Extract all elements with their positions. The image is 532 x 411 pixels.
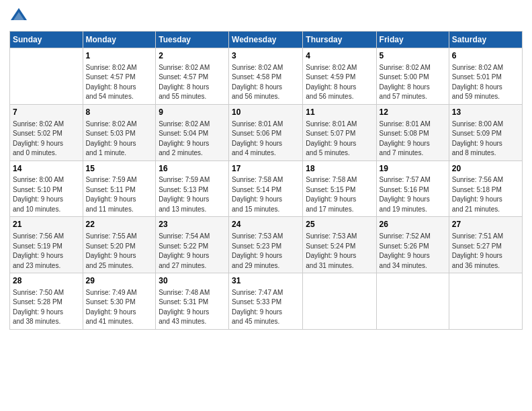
calendar-cell: 21Sunrise: 7:56 AM Sunset: 5:19 PM Dayli…	[10, 217, 83, 273]
day-number: 24	[232, 219, 300, 230]
day-info: Sunrise: 7:52 AM Sunset: 5:26 PM Dayligh…	[380, 232, 446, 271]
calendar-cell	[376, 273, 449, 330]
day-number: 14	[13, 163, 80, 175]
day-number: 2	[159, 50, 226, 62]
day-number: 6	[452, 50, 519, 62]
day-info: Sunrise: 7:54 AM Sunset: 5:22 PM Dayligh…	[159, 232, 226, 271]
day-info: Sunrise: 7:51 AM Sunset: 5:27 PM Dayligh…	[452, 232, 519, 271]
calendar-cell: 10Sunrise: 8:01 AM Sunset: 5:06 PM Dayli…	[229, 104, 303, 161]
day-number: 18	[306, 163, 373, 175]
calendar-cell: 8Sunrise: 8:02 AM Sunset: 5:03 PM Daylig…	[83, 104, 156, 161]
calendar-cell: 22Sunrise: 7:55 AM Sunset: 5:20 PM Dayli…	[83, 217, 156, 273]
day-number: 31	[232, 275, 300, 287]
logo	[9, 7, 30, 26]
day-number: 15	[86, 163, 153, 175]
day-number: 8	[86, 107, 153, 118]
calendar-cell: 1Sunrise: 8:02 AM Sunset: 4:57 PM Daylig…	[83, 48, 156, 105]
day-number: 13	[452, 107, 519, 118]
calendar-cell: 18Sunrise: 7:58 AM Sunset: 5:15 PM Dayli…	[303, 161, 376, 217]
day-info: Sunrise: 7:53 AM Sunset: 5:24 PM Dayligh…	[306, 232, 373, 271]
day-info: Sunrise: 8:02 AM Sunset: 5:02 PM Dayligh…	[13, 120, 80, 158]
col-header-monday: Monday	[83, 32, 156, 48]
calendar-cell: 2Sunrise: 8:02 AM Sunset: 4:57 PM Daylig…	[156, 48, 229, 105]
day-info: Sunrise: 7:49 AM Sunset: 5:30 PM Dayligh…	[86, 288, 153, 327]
day-info: Sunrise: 8:01 AM Sunset: 5:07 PM Dayligh…	[306, 120, 373, 158]
calendar-table: SundayMondayTuesdayWednesdayThursdayFrid…	[9, 31, 523, 330]
day-info: Sunrise: 7:56 AM Sunset: 5:19 PM Dayligh…	[13, 232, 80, 271]
day-number: 17	[232, 163, 300, 175]
day-number: 16	[159, 163, 226, 175]
day-number: 5	[380, 50, 446, 62]
col-header-tuesday: Tuesday	[156, 32, 229, 48]
calendar-cell: 11Sunrise: 8:01 AM Sunset: 5:07 PM Dayli…	[303, 104, 376, 161]
week-row-2: 7Sunrise: 8:02 AM Sunset: 5:02 PM Daylig…	[10, 104, 523, 161]
page-container: SundayMondayTuesdayWednesdayThursdayFrid…	[0, 0, 532, 336]
day-info: Sunrise: 8:01 AM Sunset: 5:06 PM Dayligh…	[232, 120, 300, 158]
week-row-1: 1Sunrise: 8:02 AM Sunset: 4:57 PM Daylig…	[10, 48, 523, 105]
calendar-cell: 20Sunrise: 7:56 AM Sunset: 5:18 PM Dayli…	[449, 161, 522, 217]
day-info: Sunrise: 7:58 AM Sunset: 5:14 PM Dayligh…	[232, 175, 300, 214]
calendar-cell	[303, 273, 376, 330]
day-info: Sunrise: 8:02 AM Sunset: 4:57 PM Dayligh…	[159, 63, 226, 102]
calendar-cell: 5Sunrise: 8:02 AM Sunset: 5:00 PM Daylig…	[376, 48, 449, 105]
logo-icon	[9, 7, 28, 26]
calendar-cell: 31Sunrise: 7:47 AM Sunset: 5:33 PM Dayli…	[229, 273, 303, 330]
day-number: 11	[306, 107, 373, 118]
calendar-cell	[10, 48, 83, 105]
calendar-cell: 23Sunrise: 7:54 AM Sunset: 5:22 PM Dayli…	[156, 217, 229, 273]
day-info: Sunrise: 8:00 AM Sunset: 5:09 PM Dayligh…	[452, 120, 519, 158]
day-number: 7	[13, 107, 80, 118]
day-number: 19	[380, 163, 446, 175]
day-info: Sunrise: 8:01 AM Sunset: 5:08 PM Dayligh…	[380, 120, 446, 158]
day-info: Sunrise: 7:47 AM Sunset: 5:33 PM Dayligh…	[232, 288, 300, 327]
calendar-cell: 24Sunrise: 7:53 AM Sunset: 5:23 PM Dayli…	[229, 217, 303, 273]
calendar-cell: 3Sunrise: 8:02 AM Sunset: 4:58 PM Daylig…	[229, 48, 303, 105]
day-info: Sunrise: 8:00 AM Sunset: 5:10 PM Dayligh…	[13, 175, 80, 214]
col-header-wednesday: Wednesday	[229, 32, 303, 48]
calendar-cell: 9Sunrise: 8:02 AM Sunset: 5:04 PM Daylig…	[156, 104, 229, 161]
calendar-cell: 16Sunrise: 7:59 AM Sunset: 5:13 PM Dayli…	[156, 161, 229, 217]
calendar-cell: 28Sunrise: 7:50 AM Sunset: 5:28 PM Dayli…	[10, 273, 83, 330]
day-number: 28	[13, 275, 80, 287]
calendar-cell: 30Sunrise: 7:48 AM Sunset: 5:31 PM Dayli…	[156, 273, 229, 330]
calendar-cell: 14Sunrise: 8:00 AM Sunset: 5:10 PM Dayli…	[10, 161, 83, 217]
calendar-cell: 13Sunrise: 8:00 AM Sunset: 5:09 PM Dayli…	[449, 104, 522, 161]
day-number: 23	[159, 219, 226, 230]
day-number: 29	[86, 275, 153, 287]
day-info: Sunrise: 7:58 AM Sunset: 5:15 PM Dayligh…	[306, 175, 373, 214]
day-number: 22	[86, 219, 153, 230]
col-header-sunday: Sunday	[10, 32, 83, 48]
day-number: 10	[232, 107, 300, 118]
calendar-cell: 27Sunrise: 7:51 AM Sunset: 5:27 PM Dayli…	[449, 217, 522, 273]
calendar-cell: 7Sunrise: 8:02 AM Sunset: 5:02 PM Daylig…	[10, 104, 83, 161]
day-info: Sunrise: 8:02 AM Sunset: 5:00 PM Dayligh…	[380, 63, 446, 102]
col-header-friday: Friday	[376, 32, 449, 48]
day-info: Sunrise: 8:02 AM Sunset: 4:57 PM Dayligh…	[86, 63, 153, 102]
day-number: 27	[452, 219, 519, 230]
day-number: 1	[86, 50, 153, 62]
day-info: Sunrise: 8:02 AM Sunset: 4:58 PM Dayligh…	[232, 63, 300, 102]
day-info: Sunrise: 8:02 AM Sunset: 4:59 PM Dayligh…	[306, 63, 373, 102]
calendar-cell: 19Sunrise: 7:57 AM Sunset: 5:16 PM Dayli…	[376, 161, 449, 217]
day-number: 21	[13, 219, 80, 230]
calendar-cell	[449, 273, 522, 330]
day-number: 30	[159, 275, 226, 287]
day-number: 3	[232, 50, 300, 62]
day-info: Sunrise: 8:02 AM Sunset: 5:04 PM Dayligh…	[159, 120, 226, 158]
day-number: 12	[380, 107, 446, 118]
calendar-cell: 15Sunrise: 7:59 AM Sunset: 5:11 PM Dayli…	[83, 161, 156, 217]
col-header-thursday: Thursday	[303, 32, 376, 48]
day-info: Sunrise: 7:56 AM Sunset: 5:18 PM Dayligh…	[452, 175, 519, 214]
day-info: Sunrise: 7:55 AM Sunset: 5:20 PM Dayligh…	[86, 232, 153, 271]
day-number: 26	[380, 219, 446, 230]
day-info: Sunrise: 7:50 AM Sunset: 5:28 PM Dayligh…	[13, 288, 80, 327]
day-info: Sunrise: 8:02 AM Sunset: 5:03 PM Dayligh…	[86, 120, 153, 158]
day-number: 25	[306, 219, 373, 230]
day-info: Sunrise: 7:59 AM Sunset: 5:13 PM Dayligh…	[159, 175, 226, 214]
day-info: Sunrise: 8:02 AM Sunset: 5:01 PM Dayligh…	[452, 63, 519, 102]
week-row-3: 14Sunrise: 8:00 AM Sunset: 5:10 PM Dayli…	[10, 161, 523, 217]
day-number: 20	[452, 163, 519, 175]
week-row-5: 28Sunrise: 7:50 AM Sunset: 5:28 PM Dayli…	[10, 273, 523, 330]
day-info: Sunrise: 7:59 AM Sunset: 5:11 PM Dayligh…	[86, 175, 153, 214]
calendar-cell: 4Sunrise: 8:02 AM Sunset: 4:59 PM Daylig…	[303, 48, 376, 105]
